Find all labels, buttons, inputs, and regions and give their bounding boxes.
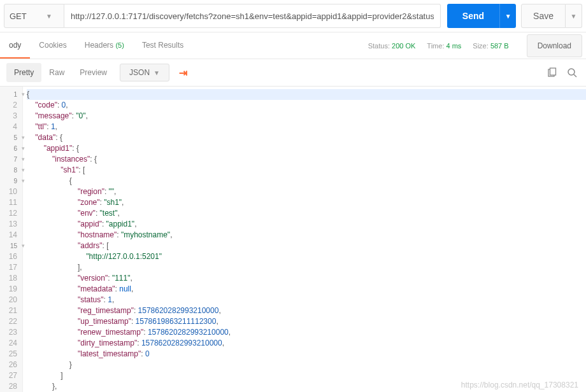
save-button[interactable]: Save (521, 4, 566, 28)
download-button[interactable]: Download (527, 34, 582, 57)
url-input[interactable] (64, 4, 441, 28)
status-code: Status: 200 OK (368, 42, 416, 50)
save-button-group: Save ▼ (521, 4, 582, 28)
chevron-down-icon: ▼ (46, 13, 52, 20)
format-value: JSON (129, 68, 150, 77)
headers-count: (5) (115, 41, 124, 49)
http-method-select[interactable]: GET ▼ (4, 4, 64, 28)
http-method-value: GET (10, 11, 27, 21)
response-tabs-row: ody Cookies Headers (5) Test Results Sta… (0, 32, 586, 59)
tab-headers[interactable]: Headers (5) (76, 33, 133, 59)
response-status: Status: 200 OK Time: 4 ms Size: 587 B Do… (368, 34, 586, 57)
send-button-group: Send ▼ (447, 4, 516, 28)
viewer-right-icons (547, 67, 580, 78)
line-gutter: 1234567891011121314151617181920212223242… (0, 87, 23, 392)
tab-body[interactable]: ody (0, 33, 30, 59)
chevron-down-icon: ▼ (154, 69, 160, 76)
status-time: Time: 4 ms (427, 42, 461, 50)
copy-icon[interactable] (547, 67, 557, 78)
search-icon[interactable] (567, 67, 577, 78)
svg-rect-1 (550, 68, 556, 75)
viewer-controls: Pretty Raw Preview JSON ▼ ⇥ (0, 59, 586, 87)
view-pretty[interactable]: Pretty (6, 63, 41, 82)
tab-headers-label: Headers (85, 41, 113, 50)
view-preview[interactable]: Preview (72, 63, 115, 82)
code-body[interactable]: { "code": 0, "message": "0", "ttl": 1, "… (23, 87, 586, 392)
response-body: 1234567891011121314151617181920212223242… (0, 87, 586, 392)
send-button[interactable]: Send (447, 4, 499, 28)
status-size: Size: 587 B (473, 42, 508, 50)
wrap-lines-icon[interactable]: ⇥ (177, 67, 190, 78)
response-tabs: ody Cookies Headers (5) Test Results (0, 33, 192, 59)
send-dropdown[interactable]: ▼ (499, 4, 516, 28)
tab-test-results[interactable]: Test Results (133, 33, 192, 59)
view-raw[interactable]: Raw (41, 63, 72, 82)
tab-cookies[interactable]: Cookies (30, 33, 75, 59)
request-bar: GET ▼ Send ▼ Save ▼ (0, 0, 586, 32)
svg-point-2 (568, 69, 575, 75)
save-dropdown[interactable]: ▼ (566, 4, 582, 28)
svg-line-3 (574, 74, 576, 77)
format-select[interactable]: JSON ▼ (120, 64, 169, 81)
